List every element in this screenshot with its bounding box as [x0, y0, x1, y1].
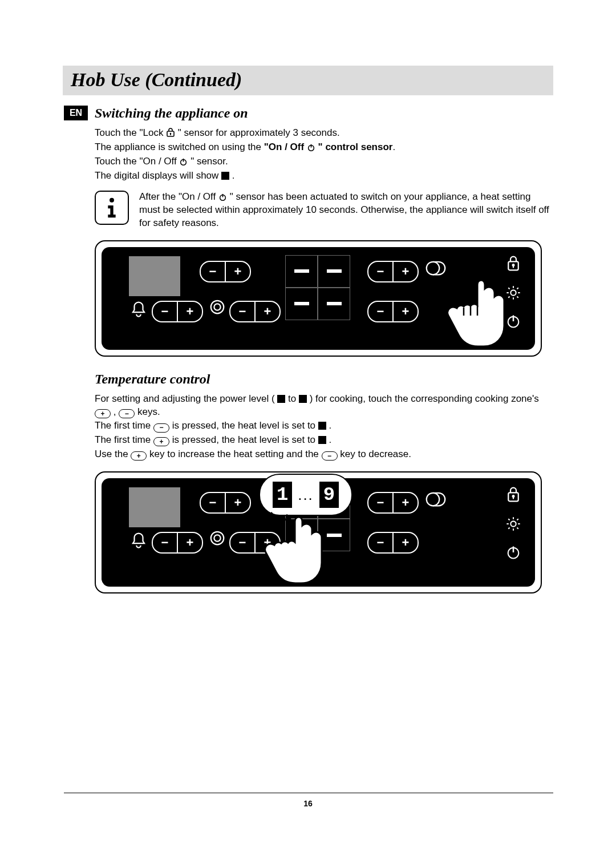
svg-point-33 [510, 522, 516, 527]
text: ) for cooking, touch the corresponding c… [310, 393, 539, 404]
timer-bell-icon[interactable] [130, 531, 147, 552]
heading-temperature: Temperature control [95, 371, 553, 387]
digital-display [285, 255, 350, 320]
dual-zone-icon[interactable] [209, 298, 226, 318]
text: Use the [95, 449, 131, 459]
svg-point-27 [211, 532, 224, 545]
text: . [232, 170, 235, 181]
plus-key-icon: + [153, 437, 169, 446]
text: " sensor for approximately 3 seconds. [178, 127, 340, 138]
panel-display-blank [129, 487, 180, 527]
text: . [329, 420, 332, 431]
power-icon [179, 158, 188, 166]
dual-zone-icon[interactable] [209, 530, 226, 549]
text: keys. [137, 406, 160, 417]
svg-line-22 [517, 296, 518, 297]
svg-line-41 [517, 519, 518, 520]
plus-key-icon: + [95, 409, 111, 418]
text: , [114, 406, 119, 417]
callout-digit-low: 1 [273, 482, 292, 508]
text: After the "On / Off [139, 191, 218, 202]
language-badge: EN [64, 106, 88, 120]
panel-display-blank [129, 256, 180, 296]
hand-illustration [432, 276, 512, 352]
text: . [392, 142, 395, 152]
section-switching-on: Switching the appliance on Touch the "Lo… [95, 106, 553, 230]
text: is pressed, the heat level is set to [172, 420, 318, 431]
svg-point-10 [211, 300, 224, 313]
callout-ellipsis: ... [298, 486, 314, 504]
page-title: Hob Use (Continued) [71, 69, 545, 91]
minus-plus-control[interactable]: −+ [229, 301, 281, 322]
minus-plus-control[interactable]: −+ [200, 492, 251, 514]
lock-icon[interactable] [506, 255, 521, 274]
minus-plus-control[interactable]: −+ [367, 532, 419, 554]
info-callout: After the "On / Off " sensor has been ac… [95, 191, 553, 230]
svg-line-39 [517, 528, 518, 529]
display-block-icon [318, 436, 326, 444]
svg-line-38 [508, 519, 509, 520]
minus-plus-control[interactable]: −+ [200, 261, 251, 282]
hand-illustration [261, 512, 341, 589]
minus-key-icon: − [322, 451, 338, 461]
minus-plus-control[interactable]: −+ [152, 532, 203, 554]
text: key to decrease. [340, 449, 411, 459]
minus-key-icon: − [119, 409, 135, 418]
lock-icon[interactable] [506, 486, 521, 506]
text: . [329, 434, 332, 445]
text: Touch the "On / Off [95, 156, 179, 167]
power-icon[interactable] [505, 544, 521, 563]
display-block-icon [277, 395, 285, 403]
svg-point-28 [214, 535, 220, 542]
text: The appliance is switched on using the [95, 142, 264, 152]
text: Touch the "Lock [95, 127, 166, 138]
display-block-icon [299, 395, 307, 403]
control-panel-figure-2: −+ −+ −+ −+ −+ [95, 471, 542, 593]
timer-bell-icon[interactable] [130, 300, 147, 321]
keep-warm-icon[interactable] [505, 516, 521, 534]
svg-point-29 [427, 493, 440, 506]
switching-body: Touch the "Lock " sensor for approximate… [95, 127, 553, 183]
text: The first time [95, 434, 153, 445]
info-icon [95, 191, 129, 225]
svg-point-12 [427, 261, 440, 274]
text: For setting and adjusting the power leve… [95, 393, 277, 404]
power-icon [218, 193, 227, 201]
minus-key-icon: − [153, 423, 169, 433]
minus-plus-control[interactable]: −+ [367, 261, 419, 282]
heading-switching: Switching the appliance on [95, 106, 553, 121]
text: The digital displays will show [95, 170, 221, 181]
minus-plus-control[interactable]: −+ [152, 301, 203, 322]
section-temperature: Temperature control For setting and adju… [95, 371, 553, 462]
display-block-icon [318, 422, 326, 430]
lock-icon [166, 127, 175, 138]
text: key to increase the heat setting and the [149, 449, 321, 459]
footer-divider [64, 793, 553, 793]
temperature-body: For setting and adjusting the power leve… [95, 393, 553, 462]
oval-zone-icon[interactable] [424, 491, 447, 510]
text: The first time [95, 420, 153, 431]
power-icon [307, 143, 315, 152]
level-range-callout: 1 ... 9 [259, 474, 352, 516]
text: is pressed, the heat level is set to [172, 434, 318, 445]
minus-plus-control[interactable]: −+ [367, 301, 419, 322]
info-text: After the "On / Off " sensor has been ac… [139, 191, 553, 230]
minus-plus-control[interactable]: −+ [367, 492, 419, 514]
control-panel-figure-1: −+ −+ −+ −+ −+ [95, 240, 542, 357]
display-block-icon [221, 172, 229, 180]
callout-digit-high: 9 [319, 482, 339, 508]
svg-point-7 [110, 197, 114, 202]
text: " control sensor [318, 142, 393, 152]
callout-arrow-icon [268, 511, 297, 523]
page-number: 16 [0, 799, 616, 808]
svg-line-40 [508, 528, 509, 529]
svg-line-24 [517, 288, 518, 289]
svg-point-11 [214, 304, 220, 310]
text: " sensor. [191, 156, 228, 167]
text: "On / Off [264, 142, 307, 152]
plus-key-icon: + [131, 451, 147, 461]
text: to [288, 393, 299, 404]
title-bar: Hob Use (Continued) [63, 66, 553, 95]
